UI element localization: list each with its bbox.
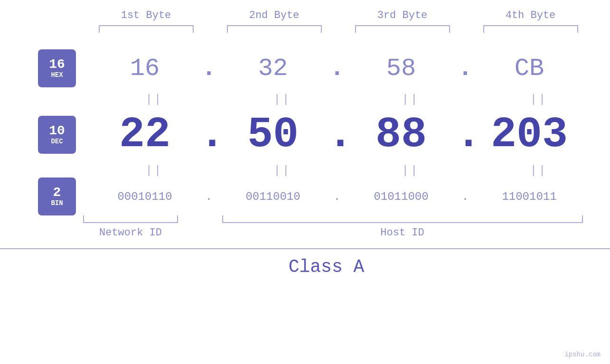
watermark: ipshu.com [564, 351, 601, 358]
labels-row: Network ID Host ID [66, 227, 610, 239]
byte-header-3: 3rd Byte [338, 9, 467, 21]
equals-row-2: || || || || [90, 161, 610, 180]
dec-value-2: 50 [218, 111, 328, 159]
data-columns: 16 . 32 . 58 . CB || || || || 22 . 50 . [90, 47, 610, 213]
host-bracket-shape [222, 215, 583, 223]
dec-dot-2: . [328, 111, 347, 159]
equals-4: || [475, 93, 603, 106]
byte-headers-row: 1st Byte 2nd Byte 3rd Byte 4th Byte [0, 9, 610, 21]
equals-row-1: || || || || [90, 90, 610, 109]
hex-badge: 16 HEX [38, 49, 76, 87]
byte-header-4: 4th Byte [467, 9, 595, 21]
equals-6: || [218, 164, 347, 177]
equals-2: || [218, 93, 347, 106]
equals-7: || [347, 164, 475, 177]
dec-value-1: 22 [90, 111, 199, 159]
hex-dot-1: . [199, 55, 218, 83]
bin-dot-3: . [456, 190, 475, 203]
hex-value-4: CB [475, 55, 584, 83]
hex-dot-2: . [328, 55, 347, 83]
host-bracket-wrap [195, 215, 610, 223]
bottom-brackets-row [66, 215, 610, 223]
dec-badge-spacer: 10 DEC [38, 109, 76, 161]
bin-dot-1: . [199, 190, 218, 203]
equals-3: || [347, 93, 475, 106]
network-label-wrap: Network ID [66, 227, 195, 239]
class-row: Class A [0, 248, 610, 277]
network-bracket-shape [83, 215, 178, 223]
bottom-section: Network ID Host ID [0, 215, 610, 239]
top-bracket-2 [210, 25, 338, 33]
equals-1: || [90, 93, 218, 106]
bin-value-1: 00010110 [90, 190, 199, 203]
byte-header-1: 1st Byte [82, 9, 210, 21]
content-area: 16 HEX 10 DEC 2 BIN [0, 47, 610, 213]
hex-badge-number: 16 [49, 58, 65, 71]
equals-8: || [475, 164, 603, 177]
dec-badge-label: DEC [51, 138, 63, 145]
dec-value-3: 88 [347, 111, 456, 159]
bin-dot-2: . [328, 190, 347, 203]
bin-badge-spacer: 2 BIN [38, 180, 76, 213]
top-bracket-1 [82, 25, 210, 33]
top-bracket-4 [467, 25, 595, 33]
top-brackets-row [0, 25, 610, 33]
dec-value-4: 203 [475, 111, 584, 159]
label-column: 16 HEX 10 DEC 2 BIN [24, 47, 90, 213]
host-id-label: Host ID [380, 227, 424, 239]
hex-value-2: 32 [218, 55, 328, 83]
dec-badge-number: 10 [49, 124, 65, 138]
hex-value-1: 16 [90, 55, 199, 83]
dec-badge: 10 DEC [38, 116, 76, 154]
dec-dot-3: . [456, 111, 475, 159]
dec-dot-1: . [199, 111, 218, 159]
class-label: Class A [66, 257, 586, 277]
byte-header-2: 2nd Byte [210, 9, 338, 21]
top-bracket-3 [338, 25, 467, 33]
dec-row: 22 . 50 . 88 . 203 [90, 109, 610, 161]
hex-value-3: 58 [347, 55, 456, 83]
main-container: 1st Byte 2nd Byte 3rd Byte 4th Byte 16 H… [0, 0, 610, 364]
top-bracket-shape-3 [355, 25, 450, 33]
bin-badge-number: 2 [53, 186, 61, 199]
hex-dot-3: . [456, 55, 475, 83]
bin-badge-label: BIN [51, 199, 63, 207]
bin-value-4: 11001011 [475, 190, 584, 203]
host-label-wrap: Host ID [195, 227, 610, 239]
network-bracket-wrap [66, 215, 195, 223]
top-bracket-shape-2 [227, 25, 322, 33]
top-bracket-shape-4 [483, 25, 578, 33]
hex-badge-label: HEX [51, 71, 63, 79]
top-bracket-shape-1 [99, 25, 194, 33]
bin-row: 00010110 . 00110010 . 01011000 . 1100101… [90, 180, 610, 213]
hex-badge-spacer: 16 HEX [38, 47, 76, 90]
bin-value-3: 01011000 [347, 190, 456, 203]
hex-row: 16 . 32 . 58 . CB [90, 47, 610, 90]
bin-value-2: 00110010 [218, 190, 328, 203]
equals-5: || [90, 164, 218, 177]
network-id-label: Network ID [99, 227, 162, 239]
bin-badge: 2 BIN [38, 177, 76, 215]
